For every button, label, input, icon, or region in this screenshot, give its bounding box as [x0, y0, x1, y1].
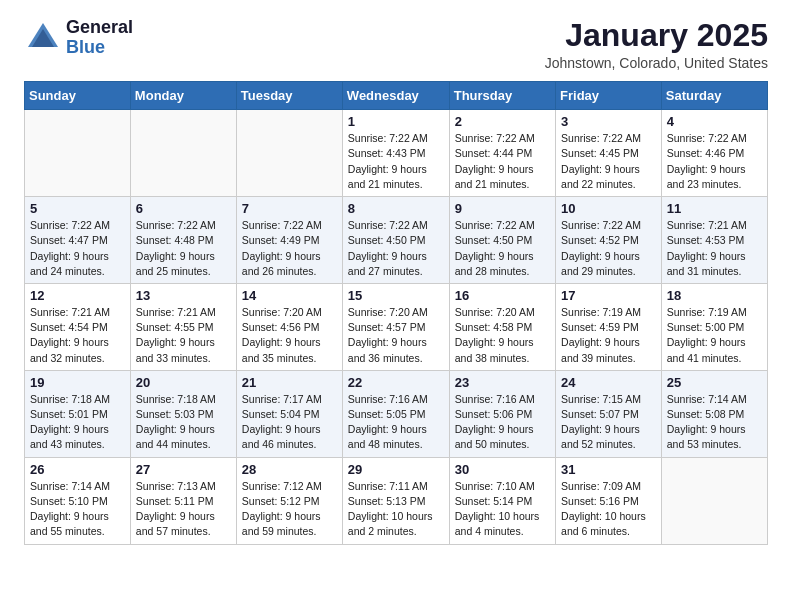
day-number: 21: [242, 375, 337, 390]
calendar-cell: 12Sunrise: 7:21 AM Sunset: 4:54 PM Dayli…: [25, 283, 131, 370]
day-number: 29: [348, 462, 444, 477]
cell-content: Sunrise: 7:21 AM Sunset: 4:55 PM Dayligh…: [136, 305, 231, 366]
cell-content: Sunrise: 7:22 AM Sunset: 4:49 PM Dayligh…: [242, 218, 337, 279]
day-number: 13: [136, 288, 231, 303]
calendar-header-monday: Monday: [130, 82, 236, 110]
calendar-cell: 28Sunrise: 7:12 AM Sunset: 5:12 PM Dayli…: [236, 457, 342, 544]
calendar-cell: 8Sunrise: 7:22 AM Sunset: 4:50 PM Daylig…: [342, 197, 449, 284]
day-number: 20: [136, 375, 231, 390]
logo-icon: [24, 19, 62, 57]
calendar-header-thursday: Thursday: [449, 82, 555, 110]
day-number: 16: [455, 288, 550, 303]
calendar-cell: 25Sunrise: 7:14 AM Sunset: 5:08 PM Dayli…: [661, 370, 767, 457]
calendar-header-friday: Friday: [556, 82, 662, 110]
cell-content: Sunrise: 7:19 AM Sunset: 5:00 PM Dayligh…: [667, 305, 762, 366]
calendar-table: SundayMondayTuesdayWednesdayThursdayFrid…: [24, 81, 768, 544]
calendar-header-tuesday: Tuesday: [236, 82, 342, 110]
calendar-week-row: 5Sunrise: 7:22 AM Sunset: 4:47 PM Daylig…: [25, 197, 768, 284]
cell-content: Sunrise: 7:16 AM Sunset: 5:06 PM Dayligh…: [455, 392, 550, 453]
day-number: 7: [242, 201, 337, 216]
calendar-cell: 9Sunrise: 7:22 AM Sunset: 4:50 PM Daylig…: [449, 197, 555, 284]
calendar-cell: 15Sunrise: 7:20 AM Sunset: 4:57 PM Dayli…: [342, 283, 449, 370]
location: Johnstown, Colorado, United States: [545, 55, 768, 71]
day-number: 5: [30, 201, 125, 216]
calendar-cell: 5Sunrise: 7:22 AM Sunset: 4:47 PM Daylig…: [25, 197, 131, 284]
cell-content: Sunrise: 7:19 AM Sunset: 4:59 PM Dayligh…: [561, 305, 656, 366]
logo-general-text: General: [66, 18, 133, 38]
cell-content: Sunrise: 7:18 AM Sunset: 5:01 PM Dayligh…: [30, 392, 125, 453]
calendar-cell: [236, 110, 342, 197]
cell-content: Sunrise: 7:12 AM Sunset: 5:12 PM Dayligh…: [242, 479, 337, 540]
logo-blue-text: Blue: [66, 38, 133, 58]
title-block: January 2025 Johnstown, Colorado, United…: [545, 18, 768, 71]
cell-content: Sunrise: 7:20 AM Sunset: 4:57 PM Dayligh…: [348, 305, 444, 366]
calendar-cell: 4Sunrise: 7:22 AM Sunset: 4:46 PM Daylig…: [661, 110, 767, 197]
day-number: 17: [561, 288, 656, 303]
calendar-cell: 26Sunrise: 7:14 AM Sunset: 5:10 PM Dayli…: [25, 457, 131, 544]
cell-content: Sunrise: 7:22 AM Sunset: 4:44 PM Dayligh…: [455, 131, 550, 192]
calendar-cell: [130, 110, 236, 197]
day-number: 30: [455, 462, 550, 477]
day-number: 4: [667, 114, 762, 129]
calendar-cell: 17Sunrise: 7:19 AM Sunset: 4:59 PM Dayli…: [556, 283, 662, 370]
day-number: 14: [242, 288, 337, 303]
cell-content: Sunrise: 7:21 AM Sunset: 4:53 PM Dayligh…: [667, 218, 762, 279]
cell-content: Sunrise: 7:13 AM Sunset: 5:11 PM Dayligh…: [136, 479, 231, 540]
header: General Blue January 2025 Johnstown, Col…: [24, 18, 768, 71]
day-number: 31: [561, 462, 656, 477]
calendar-cell: 2Sunrise: 7:22 AM Sunset: 4:44 PM Daylig…: [449, 110, 555, 197]
calendar-cell: 14Sunrise: 7:20 AM Sunset: 4:56 PM Dayli…: [236, 283, 342, 370]
calendar-cell: 22Sunrise: 7:16 AM Sunset: 5:05 PM Dayli…: [342, 370, 449, 457]
day-number: 11: [667, 201, 762, 216]
day-number: 1: [348, 114, 444, 129]
day-number: 27: [136, 462, 231, 477]
cell-content: Sunrise: 7:20 AM Sunset: 4:58 PM Dayligh…: [455, 305, 550, 366]
calendar-cell: 16Sunrise: 7:20 AM Sunset: 4:58 PM Dayli…: [449, 283, 555, 370]
day-number: 24: [561, 375, 656, 390]
day-number: 18: [667, 288, 762, 303]
cell-content: Sunrise: 7:14 AM Sunset: 5:08 PM Dayligh…: [667, 392, 762, 453]
cell-content: Sunrise: 7:22 AM Sunset: 4:45 PM Dayligh…: [561, 131, 656, 192]
cell-content: Sunrise: 7:09 AM Sunset: 5:16 PM Dayligh…: [561, 479, 656, 540]
day-number: 12: [30, 288, 125, 303]
day-number: 8: [348, 201, 444, 216]
cell-content: Sunrise: 7:14 AM Sunset: 5:10 PM Dayligh…: [30, 479, 125, 540]
calendar-cell: 3Sunrise: 7:22 AM Sunset: 4:45 PM Daylig…: [556, 110, 662, 197]
cell-content: Sunrise: 7:18 AM Sunset: 5:03 PM Dayligh…: [136, 392, 231, 453]
calendar-cell: [661, 457, 767, 544]
calendar-cell: 7Sunrise: 7:22 AM Sunset: 4:49 PM Daylig…: [236, 197, 342, 284]
cell-content: Sunrise: 7:10 AM Sunset: 5:14 PM Dayligh…: [455, 479, 550, 540]
calendar-week-row: 1Sunrise: 7:22 AM Sunset: 4:43 PM Daylig…: [25, 110, 768, 197]
cell-content: Sunrise: 7:22 AM Sunset: 4:47 PM Dayligh…: [30, 218, 125, 279]
calendar-header-sunday: Sunday: [25, 82, 131, 110]
calendar-cell: 13Sunrise: 7:21 AM Sunset: 4:55 PM Dayli…: [130, 283, 236, 370]
cell-content: Sunrise: 7:21 AM Sunset: 4:54 PM Dayligh…: [30, 305, 125, 366]
day-number: 26: [30, 462, 125, 477]
calendar-cell: 27Sunrise: 7:13 AM Sunset: 5:11 PM Dayli…: [130, 457, 236, 544]
calendar-cell: 21Sunrise: 7:17 AM Sunset: 5:04 PM Dayli…: [236, 370, 342, 457]
calendar-cell: 19Sunrise: 7:18 AM Sunset: 5:01 PM Dayli…: [25, 370, 131, 457]
day-number: 22: [348, 375, 444, 390]
calendar-header-wednesday: Wednesday: [342, 82, 449, 110]
calendar-cell: 23Sunrise: 7:16 AM Sunset: 5:06 PM Dayli…: [449, 370, 555, 457]
calendar-cell: 24Sunrise: 7:15 AM Sunset: 5:07 PM Dayli…: [556, 370, 662, 457]
day-number: 15: [348, 288, 444, 303]
cell-content: Sunrise: 7:16 AM Sunset: 5:05 PM Dayligh…: [348, 392, 444, 453]
logo-text: General Blue: [66, 18, 133, 58]
calendar-cell: 11Sunrise: 7:21 AM Sunset: 4:53 PM Dayli…: [661, 197, 767, 284]
cell-content: Sunrise: 7:22 AM Sunset: 4:48 PM Dayligh…: [136, 218, 231, 279]
page: General Blue January 2025 Johnstown, Col…: [0, 0, 792, 612]
cell-content: Sunrise: 7:17 AM Sunset: 5:04 PM Dayligh…: [242, 392, 337, 453]
month-title: January 2025: [545, 18, 768, 53]
day-number: 3: [561, 114, 656, 129]
day-number: 6: [136, 201, 231, 216]
calendar-cell: 1Sunrise: 7:22 AM Sunset: 4:43 PM Daylig…: [342, 110, 449, 197]
calendar-header-saturday: Saturday: [661, 82, 767, 110]
calendar-week-row: 12Sunrise: 7:21 AM Sunset: 4:54 PM Dayli…: [25, 283, 768, 370]
day-number: 19: [30, 375, 125, 390]
cell-content: Sunrise: 7:22 AM Sunset: 4:52 PM Dayligh…: [561, 218, 656, 279]
day-number: 9: [455, 201, 550, 216]
calendar-header-row: SundayMondayTuesdayWednesdayThursdayFrid…: [25, 82, 768, 110]
calendar-cell: 6Sunrise: 7:22 AM Sunset: 4:48 PM Daylig…: [130, 197, 236, 284]
cell-content: Sunrise: 7:15 AM Sunset: 5:07 PM Dayligh…: [561, 392, 656, 453]
